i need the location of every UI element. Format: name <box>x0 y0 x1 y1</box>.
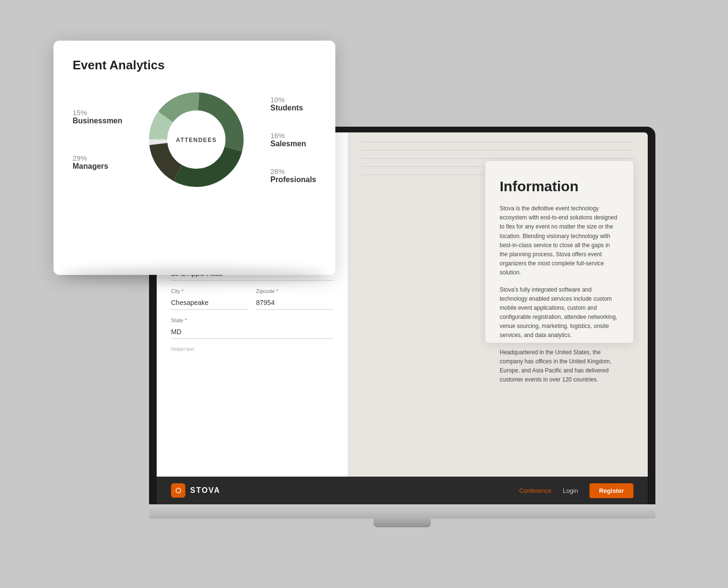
laptop-foot <box>374 519 431 527</box>
chart-labels-right: 10% Students 16% Salesmen 28% Profesiona… <box>270 96 316 184</box>
analytics-shadow <box>63 268 326 282</box>
city-label: City * <box>171 288 248 294</box>
state-field-group: State * <box>171 317 333 339</box>
donut-center: ATTENDEES <box>176 135 216 144</box>
city-field-group: City * <box>171 288 248 310</box>
zipcode-field-group: Zipcode * <box>256 288 333 310</box>
analytics-title: Event Analytics <box>73 58 316 73</box>
chart-labels-left: 15% Businessmen 29% Managers <box>73 109 122 171</box>
login-link[interactable]: Login <box>563 487 578 494</box>
managers-label: 29% Managers <box>73 154 122 171</box>
businessmen-label: 15% Businessmen <box>73 109 122 125</box>
navbar-logo-text: STOVA <box>190 486 221 495</box>
information-para1: Stova is the definitive event technology… <box>500 204 619 278</box>
city-zip-row: City * Zipcode * <box>171 288 333 317</box>
analytics-card: Event Analytics 15% Businessmen 29% Mana… <box>54 41 335 275</box>
navbar: ⬡ STOVA Conference Login Register <box>157 477 648 504</box>
information-panel: Information Stova is the definitive even… <box>485 161 633 343</box>
information-para2: Stova's fully integrated software and te… <box>500 285 619 340</box>
navbar-register-button[interactable]: Register <box>589 483 633 498</box>
state-label: State * <box>171 317 333 323</box>
conference-link[interactable]: Conference <box>519 487 551 494</box>
stova-logo-icon: ⬡ <box>171 483 185 498</box>
donut-chart: ATTENDEES <box>144 87 249 192</box>
salesmen-label: 16% Salesmen <box>270 131 316 148</box>
information-para3: Headquartered in the United States, the … <box>500 348 619 385</box>
students-label: 10% Students <box>270 96 316 112</box>
zipcode-input[interactable] <box>256 296 333 310</box>
state-input[interactable] <box>171 325 333 339</box>
city-input[interactable] <box>171 296 248 310</box>
laptop-base <box>149 504 655 519</box>
information-title: Information <box>500 178 619 195</box>
profesionals-label: 28% Profesionals <box>270 167 316 184</box>
navbar-logo: ⬡ STOVA <box>171 483 221 498</box>
zipcode-label: Zipcode * <box>256 288 333 294</box>
helper-text: Helper text <box>171 347 333 352</box>
